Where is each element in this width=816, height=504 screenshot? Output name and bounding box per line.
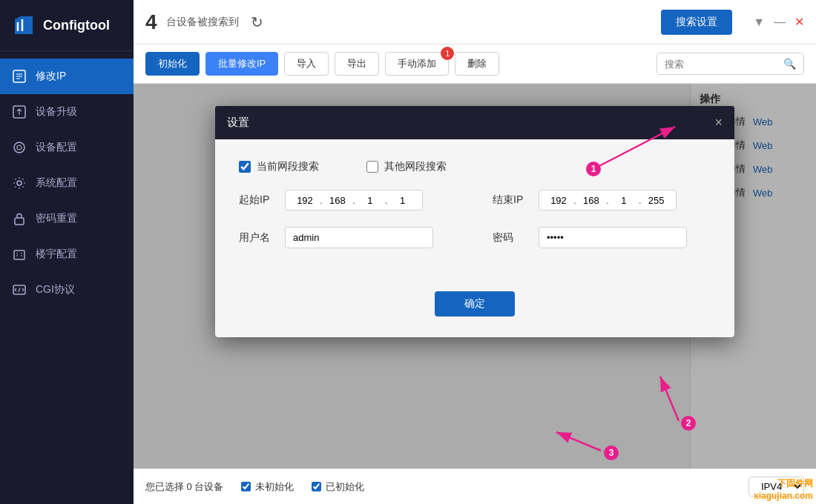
footer: 您已选择 0 台设备 未初始化 已初始化 IPV4 IPV6 下固件网 xiag… — [134, 468, 816, 504]
app-title: Configtool — [43, 18, 110, 33]
sidebar-label-modify-ip: 修改IP — [36, 70, 66, 83]
current-segment-label: 当前网段搜索 — [257, 160, 319, 173]
confirm-button[interactable]: 确定 — [435, 291, 515, 316]
modal-overlay: 设置 × 当前网段搜索 其他网段搜索 — [134, 84, 816, 468]
svg-point-4 — [17, 145, 22, 150]
modal-body: 当前网段搜索 其他网段搜索 起始IP . — [215, 139, 734, 285]
minimize-button[interactable]: ▼ — [753, 16, 765, 29]
uninitialized-checkbox-group: 未初始化 — [241, 480, 294, 494]
device-found-text: 台设备被搜索到 — [166, 16, 239, 29]
window-controls: ▼ — ✕ — [753, 15, 804, 29]
start-ip-input: . . . — [285, 190, 423, 210]
toolbar: 初始化 批量修改IP 导入 导出 手动添加 1 删除 🔍 — [134, 44, 816, 84]
initialized-checkbox[interactable] — [312, 482, 321, 491]
username-group: 用户名 — [239, 227, 457, 248]
sidebar-item-system-config[interactable]: 系统配置 — [0, 165, 134, 201]
main-content: 4 台设备被搜索到 ↻ 搜索设置 ▼ — ✕ 初始化 批量修改IP 导入 导出 … — [134, 0, 816, 504]
sidebar: Configtool 修改IP 设备升级 设备配置 系统配置 — [0, 0, 134, 504]
sidebar-header: Configtool — [0, 0, 134, 51]
sidebar-nav: 修改IP 设备升级 设备配置 系统配置 密码重置 — [0, 51, 134, 504]
end-ip-label: 结束IP — [493, 193, 530, 207]
username-label: 用户名 — [239, 231, 276, 245]
svg-rect-7 — [14, 251, 24, 259]
sidebar-item-modify-ip[interactable]: 修改IP — [0, 59, 134, 94]
password-group: 密码 — [493, 227, 711, 248]
start-ip-label: 起始IP — [239, 193, 276, 207]
sidebar-label-device-config: 设备配置 — [36, 141, 77, 154]
content-area: 操作 编辑 详情 Web 编辑 详情 Web 编辑 详情 Web 编辑 详情 W… — [134, 84, 816, 468]
search-settings-button[interactable]: 搜索设置 — [661, 10, 732, 35]
svg-point-3 — [14, 142, 24, 153]
cgi-protocol-icon — [12, 282, 27, 297]
modal-header: 设置 × — [215, 106, 734, 139]
device-upgrade-icon — [12, 105, 27, 119]
end-ip-d[interactable] — [643, 195, 670, 206]
end-ip-b[interactable] — [578, 195, 605, 206]
modal-checkbox-row: 当前网段搜索 其他网段搜索 — [239, 160, 711, 173]
modal-footer: 确定 — [215, 285, 734, 337]
batch-modify-button[interactable]: 批量修改IP — [205, 52, 278, 76]
initialized-checkbox-group: 已初始化 — [312, 480, 364, 494]
current-segment-checkbox[interactable] — [239, 161, 251, 173]
start-ip-c[interactable] — [357, 195, 384, 206]
other-segment-group: 其他网段搜索 — [366, 160, 447, 173]
end-ip-a[interactable] — [545, 195, 572, 206]
password-input[interactable] — [539, 227, 687, 248]
system-config-icon — [12, 176, 27, 190]
search-box: 🔍 — [657, 53, 804, 75]
end-ip-input: . . . — [539, 190, 677, 210]
initialized-label: 已初始化 — [326, 480, 364, 494]
uninitialized-label: 未初始化 — [255, 480, 294, 494]
sidebar-label-device-upgrade: 设备升级 — [36, 105, 77, 119]
import-button[interactable]: 导入 — [284, 52, 329, 76]
search-input[interactable] — [657, 54, 776, 74]
svg-rect-6 — [15, 218, 24, 225]
device-count: 4 — [145, 10, 157, 34]
username-input[interactable] — [285, 227, 433, 248]
delete-button[interactable]: 删除 — [455, 52, 499, 76]
svg-point-5 — [17, 181, 22, 185]
maximize-button[interactable]: — — [774, 16, 786, 29]
sidebar-label-building-config: 楼宇配置 — [36, 248, 77, 261]
end-ip-group: 结束IP . . . — [493, 190, 711, 210]
password-reset-icon — [12, 211, 27, 226]
init-button[interactable]: 初始化 — [145, 52, 200, 76]
app-logo-icon — [12, 13, 36, 37]
search-icon: 🔍 — [776, 53, 803, 74]
settings-modal: 设置 × 当前网段搜索 其他网段搜索 — [215, 106, 734, 337]
ip-version-select[interactable]: IPV4 IPV6 — [748, 477, 804, 497]
device-config-icon — [12, 140, 27, 155]
sidebar-item-device-upgrade[interactable]: 设备升级 — [0, 94, 134, 130]
export-button[interactable]: 导出 — [335, 52, 379, 76]
other-segment-checkbox[interactable] — [366, 161, 378, 173]
modal-close-button[interactable]: × — [714, 115, 723, 130]
sidebar-item-cgi-protocol[interactable]: CGI协议 — [0, 272, 134, 308]
start-ip-b[interactable] — [324, 195, 351, 206]
refresh-button[interactable]: ↻ — [251, 13, 263, 31]
other-segment-label: 其他网段搜索 — [384, 160, 447, 173]
sidebar-label-password-reset: 密码重置 — [36, 212, 77, 225]
titlebar: 4 台设备被搜索到 ↻ 搜索设置 ▼ — ✕ — [134, 0, 816, 44]
password-label: 密码 — [493, 231, 530, 245]
end-ip-c[interactable] — [611, 195, 637, 206]
selected-devices-text: 您已选择 0 台设备 — [145, 480, 223, 494]
sidebar-item-building-config[interactable]: 楼宇配置 — [0, 236, 134, 272]
start-ip-d[interactable] — [389, 195, 416, 206]
start-ip-a[interactable] — [292, 195, 318, 206]
sidebar-item-device-config[interactable]: 设备配置 — [0, 130, 134, 165]
modify-ip-icon — [12, 69, 27, 84]
modal-title: 设置 — [227, 116, 249, 130]
start-ip-group: 起始IP . . . — [239, 190, 457, 210]
modal-credentials-row: 用户名 密码 — [239, 227, 711, 248]
uninitialized-checkbox[interactable] — [241, 482, 251, 491]
building-config-icon — [12, 247, 27, 262]
sidebar-item-password-reset[interactable]: 密码重置 — [0, 201, 134, 236]
modal-ip-row: 起始IP . . . 结束I — [239, 190, 711, 210]
badge-count: 1 — [441, 47, 454, 60]
close-button[interactable]: ✕ — [794, 15, 804, 29]
current-segment-group: 当前网段搜索 — [239, 160, 319, 173]
sidebar-label-system-config: 系统配置 — [36, 176, 77, 190]
sidebar-label-cgi-protocol: CGI协议 — [36, 283, 75, 296]
manual-add-button[interactable]: 手动添加 1 — [385, 52, 449, 76]
